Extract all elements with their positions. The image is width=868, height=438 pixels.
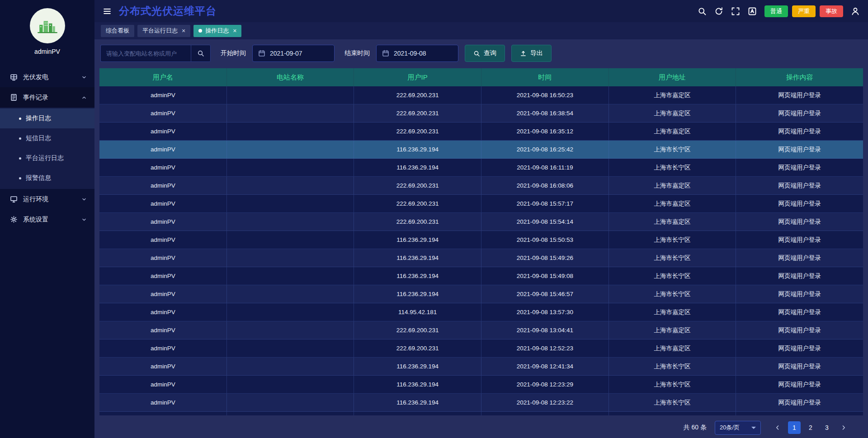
search-icon[interactable] [698, 7, 707, 16]
table-row[interactable]: adminPV116.236.29.1942021-09-08 16:11:19… [99, 159, 863, 177]
table-cell [227, 394, 354, 412]
table-row[interactable]: adminPV116.236.29.1942021-09-08 16:25:42… [99, 141, 863, 159]
table-cell: 116.236.29.194 [354, 267, 481, 285]
page-button-2[interactable]: 2 [804, 421, 817, 434]
filter-bar: 开始时间 2021-09-07 结束时间 2021-09-08 查询 导出 [99, 44, 863, 68]
page-button-3[interactable]: 3 [821, 421, 833, 434]
table-cell: 上海市嘉定区 [609, 412, 736, 415]
table-cell: 222.69.200.231 [354, 339, 481, 358]
next-page-button[interactable] [838, 422, 849, 433]
table-row[interactable]: adminPV222.69.200.2312021-09-08 16:50:23… [99, 86, 863, 104]
table-row[interactable]: adminPV222.69.200.2312021-09-08 16:38:54… [99, 104, 863, 122]
table-cell [227, 86, 354, 104]
table-row[interactable]: adminPV116.236.29.1942021-09-08 12:23:22… [99, 394, 863, 412]
table-row[interactable]: adminPV116.236.29.1942021-09-08 12:41:34… [99, 358, 863, 376]
page-button-1[interactable]: 1 [788, 421, 801, 434]
table-cell: 上海市长宁区 [609, 159, 736, 177]
refresh-icon[interactable] [714, 7, 723, 16]
end-date-picker[interactable]: 2021-09-08 [376, 45, 458, 62]
table-row[interactable]: adminPV114.95.42.1812021-09-08 13:57:30上… [99, 303, 863, 321]
tab-label: 平台运行日志 [142, 27, 178, 35]
sidebar-subitem-platform-run-log[interactable]: 平台运行日志 [0, 148, 94, 168]
table-cell [227, 285, 354, 303]
close-tab-icon[interactable]: × [233, 28, 236, 34]
page-size-select[interactable]: 20条/页 [715, 421, 761, 435]
fullscreen-icon[interactable] [731, 7, 740, 16]
search-submit-button[interactable] [191, 45, 211, 62]
query-button[interactable]: 查询 [465, 45, 505, 62]
chevron-left-icon [774, 424, 781, 431]
column-header: 时间 [481, 68, 609, 86]
table-row[interactable]: adminPV222.69.200.2312021-09-08 15:54:14… [99, 213, 863, 231]
close-tab-icon[interactable]: × [182, 28, 185, 34]
sidebar-username: adminPV [34, 48, 60, 55]
table-cell: 上海市嘉定区 [609, 122, 736, 141]
column-header: 用户名 [99, 68, 227, 86]
table-cell [227, 122, 354, 141]
prev-page-button[interactable] [772, 422, 783, 433]
hamburger-menu-icon[interactable] [103, 7, 112, 16]
table-row[interactable]: adminPV116.236.29.1942021-09-08 15:49:08… [99, 267, 863, 285]
table-cell: 上海市嘉定区 [609, 195, 736, 213]
table-row[interactable]: adminPV116.236.29.1942021-09-08 12:23:29… [99, 376, 863, 394]
table-cell: 网页端用户登录 [736, 86, 863, 104]
table-cell: 2021-09-08 15:46:57 [481, 285, 609, 303]
table-cell: 上海市嘉定区 [609, 321, 736, 339]
table-row[interactable]: adminPV222.69.200.2312021-09-08 16:35:12… [99, 122, 863, 141]
table-cell: 222.69.200.231 [354, 177, 481, 195]
table-cell: 上海市嘉定区 [609, 213, 736, 231]
column-header: 操作内容 [736, 68, 863, 86]
table-row[interactable]: adminPV222.69.200.2312021-09-08 11:20:15… [99, 412, 863, 415]
page-size-value: 20条/页 [720, 424, 740, 432]
translate-icon[interactable] [748, 7, 757, 16]
tab-dashboard[interactable]: 综合看板 [101, 25, 134, 37]
table-cell [227, 231, 354, 249]
alert-pill-severe[interactable]: 严重 [792, 5, 816, 17]
table-cell: 网页端用户登录 [736, 122, 863, 141]
pager: 123 [772, 421, 849, 434]
table-cell: 上海市长宁区 [609, 141, 736, 159]
chevron-right-icon [840, 424, 847, 431]
alert-pill-normal[interactable]: 普通 [764, 5, 788, 17]
tab-operation-log[interactable]: 操作日志× [193, 25, 241, 37]
tab-platform-run-log[interactable]: 平台运行日志× [137, 25, 190, 37]
alert-pill-accident[interactable]: 事故 [820, 5, 843, 17]
sidebar-subitem-sms-log[interactable]: 短信日志 [0, 128, 94, 148]
user-icon[interactable] [851, 7, 860, 16]
table-cell: 上海市嘉定区 [609, 104, 736, 122]
sidebar-item-runtime-env[interactable]: 运行环境 [0, 189, 94, 209]
table-row[interactable]: adminPV222.69.200.2312021-09-08 12:52:23… [99, 339, 863, 358]
table-row[interactable]: adminPV116.236.29.1942021-09-08 15:49:26… [99, 249, 863, 267]
table-cell: 222.69.200.231 [354, 104, 481, 122]
table-cell: 116.236.29.194 [354, 249, 481, 267]
sidebar-subitem-operation-log[interactable]: 操作日志 [0, 108, 94, 128]
search-input[interactable] [100, 45, 191, 62]
export-button[interactable]: 导出 [511, 45, 552, 62]
table-cell: 2021-09-08 16:35:12 [481, 122, 609, 141]
bullet-icon [19, 177, 21, 179]
table-row[interactable]: adminPV116.236.29.1942021-09-08 15:50:53… [99, 231, 863, 249]
end-date-value: 2021-09-08 [394, 50, 426, 57]
table-cell: adminPV [99, 394, 227, 412]
table-row[interactable]: adminPV222.69.200.2312021-09-08 15:57:17… [99, 195, 863, 213]
table-cell: 2021-09-08 11:20:15 [481, 412, 609, 415]
table-cell: 116.236.29.194 [354, 231, 481, 249]
search-icon [473, 50, 480, 57]
table-cell: adminPV [99, 303, 227, 321]
tab-label: 操作日志 [205, 27, 229, 35]
start-date-picker[interactable]: 2021-09-07 [252, 45, 335, 62]
table-cell [227, 141, 354, 159]
table-row[interactable]: adminPV116.236.29.1942021-09-08 15:46:57… [99, 285, 863, 303]
sidebar-item-system-settings[interactable]: 系统设置 [0, 209, 94, 230]
table-cell: adminPV [99, 122, 227, 141]
table-cell: adminPV [99, 213, 227, 231]
column-header: 用户地址 [609, 68, 736, 86]
table-cell: 上海市嘉定区 [609, 339, 736, 358]
table-cell: adminPV [99, 285, 227, 303]
table-row[interactable]: adminPV222.69.200.2312021-09-08 16:08:06… [99, 177, 863, 195]
sidebar-item-pv-generation[interactable]: 光伏发电 [0, 67, 94, 87]
sidebar-subitem-alarm-info[interactable]: 报警信息 [0, 168, 94, 188]
table-row[interactable]: adminPV222.69.200.2312021-09-08 13:04:41… [99, 321, 863, 339]
sidebar-item-event-records[interactable]: 事件记录 [0, 87, 94, 108]
active-tab-dot-icon [198, 29, 202, 33]
